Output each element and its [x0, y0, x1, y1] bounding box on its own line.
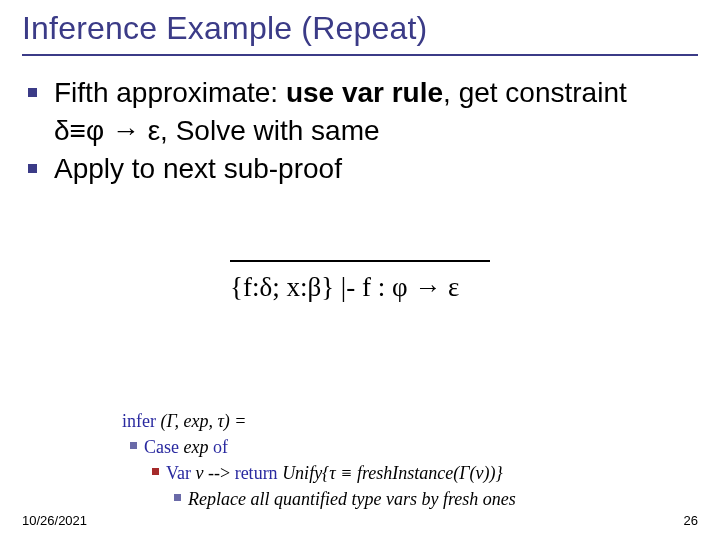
- legend-line: Var ν --> return Unify{τ ≡ freshInstance…: [166, 460, 516, 486]
- legend-line: Replace all quantified type vars by fres…: [188, 486, 516, 512]
- keyword-infer: infer: [122, 411, 156, 431]
- legend-arrow: -->: [204, 463, 235, 483]
- body-text: Fifth approximate: use var rule, get con…: [54, 74, 674, 187]
- bullet-item: Fifth approximate: use var rule, get con…: [54, 74, 674, 150]
- bullet-text-pre: Apply to next sub-proof: [54, 153, 342, 184]
- square-bullet-icon: [174, 494, 181, 501]
- keyword-of: of: [208, 437, 228, 457]
- keyword-return: return: [235, 463, 278, 483]
- code-legend: infer (Γ, exp, τ) = Case exp of Var ν --…: [122, 408, 516, 512]
- legend-text: Replace all quantified type vars by fres…: [188, 489, 516, 509]
- keyword-var: Var: [166, 463, 196, 483]
- legend-text: Unify{τ ≡ freshInstance(Γ(ν))}: [278, 463, 503, 483]
- bullet-item: Apply to next sub-proof: [54, 150, 674, 188]
- slide: Inference Example (Repeat) Fifth approxi…: [0, 0, 720, 540]
- keyword-case: Case: [144, 437, 184, 457]
- legend-line: Case exp of: [144, 434, 516, 460]
- square-bullet-icon: [28, 164, 37, 173]
- square-bullet-icon: [28, 88, 37, 97]
- inference-rule-line: [230, 260, 490, 262]
- footer-page-number: 26: [684, 513, 698, 528]
- slide-title: Inference Example (Repeat): [22, 10, 427, 47]
- inference-judgement: {f:δ; x:β} |- f : φ → ε: [230, 272, 459, 303]
- square-bullet-icon: [152, 468, 159, 475]
- legend-line: infer (Γ, exp, τ) =: [122, 408, 516, 434]
- square-bullet-icon: [130, 442, 137, 449]
- legend-text: (Γ, exp, τ) =: [156, 411, 247, 431]
- footer-date: 10/26/2021: [22, 513, 87, 528]
- legend-text: exp: [184, 437, 209, 457]
- title-divider: [22, 54, 698, 56]
- legend-var: ν: [196, 463, 204, 483]
- bullet-text-pre: Fifth approximate:: [54, 77, 286, 108]
- bullet-text-strong: use var rule: [286, 77, 443, 108]
